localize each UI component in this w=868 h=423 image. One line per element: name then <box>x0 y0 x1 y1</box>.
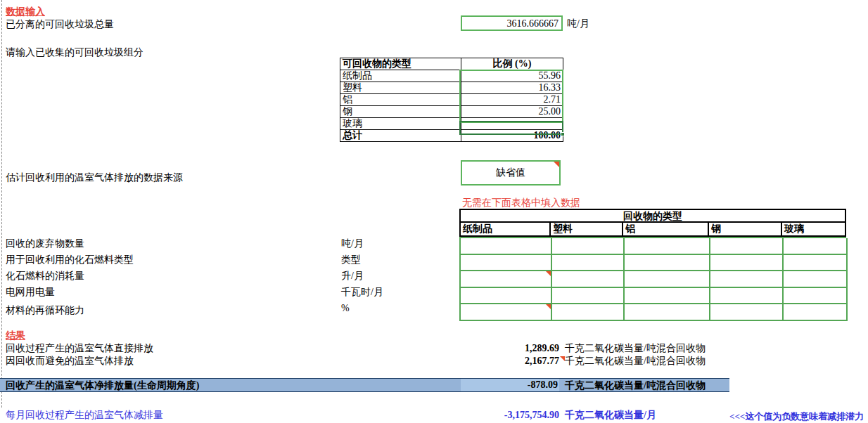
detail-cell[interactable] <box>461 238 552 255</box>
composition-col-type: 可回收物的类型 <box>340 58 461 70</box>
page-break-line <box>1 0 2 408</box>
net-emissions-row: 回收产生的温室气体净排放量(生命周期角度) -878.09 千克二氧化碳当量/吨… <box>0 378 729 392</box>
material-value-cell[interactable]: 2.71 <box>461 94 563 106</box>
detail-row-unit: 吨/月 <box>341 237 364 250</box>
detail-row-unit: % <box>341 302 350 315</box>
result-unit: 千克二氧化碳当量/吨混合回收物 <box>565 355 706 367</box>
composition-prompt: 请输入已收集的可回收垃圾组分 <box>6 46 143 59</box>
detail-row-unit: 类型 <box>341 254 361 266</box>
composition-total-row: 总计 100.00 <box>340 130 563 142</box>
detail-row-label: 电网用电量 <box>6 286 55 299</box>
detail-cell[interactable] <box>784 288 848 305</box>
detail-cell[interactable] <box>461 304 552 321</box>
comment-indicator-icon <box>554 162 559 167</box>
section-title-results: 结果 <box>6 330 25 342</box>
spreadsheet-page: { "colors":{ "selection_green":"#5cb45c"… <box>0 0 868 423</box>
detail-cell[interactable] <box>625 304 710 321</box>
detail-cell[interactable] <box>710 238 784 255</box>
detail-row-label: 回收的废弃物数量 <box>6 237 84 250</box>
result-value: 1,289.69 <box>436 342 559 355</box>
column-header: 钢 <box>709 223 782 235</box>
composition-table: 可回收物的类型 比例 (%) 纸制品 55.96 塑料 16.33 铝 2.71… <box>340 58 563 142</box>
detail-table-body <box>459 237 846 321</box>
column-header: 塑料 <box>551 223 623 235</box>
result-unit: 千克二氧化碳当量/吨混合回收物 <box>565 342 706 355</box>
monthly-reduction-value: -3,175,754.90 <box>436 409 559 422</box>
material-label: 玻璃 <box>340 118 461 130</box>
detail-cell[interactable] <box>461 255 552 272</box>
detail-cell[interactable] <box>552 288 625 305</box>
column-header: 玻璃 <box>782 223 845 235</box>
detail-cell[interactable] <box>710 288 784 305</box>
detail-row-label: 化石燃料的消耗量 <box>6 270 84 282</box>
result-label: 因回收而避免的温室气体排放 <box>6 355 134 367</box>
monthly-reduction-unit: 千克二氧化碳当量/月 <box>565 409 656 422</box>
detail-cell[interactable] <box>461 271 552 288</box>
material-label: 铝 <box>340 94 461 106</box>
total-row-label: 总计 <box>340 130 461 142</box>
detail-row-unit: 千瓦时/月 <box>341 286 383 299</box>
detail-cell[interactable] <box>625 238 710 255</box>
detail-cell[interactable] <box>625 271 710 288</box>
composition-header-row: 可回收物的类型 比例 (%) <box>340 58 563 70</box>
section-title-data-input: 数据输入 <box>6 6 45 18</box>
comment-indicator-icon <box>560 356 565 361</box>
total-recyclables-input[interactable]: 3616.666667 <box>461 15 563 31</box>
column-header: 铝 <box>623 223 709 235</box>
table-row: 塑料 16.33 <box>340 82 563 94</box>
net-emissions-label: 回收产生的温室气体净排放量(生命周期角度) <box>6 379 199 392</box>
data-source-select[interactable]: 缺省值 <box>461 160 561 186</box>
detail-row-label: 材料的再循环能力 <box>6 304 84 317</box>
material-label: 钢 <box>340 106 461 118</box>
column-header: 纸制品 <box>461 223 551 235</box>
detail-cell[interactable] <box>710 271 784 288</box>
material-value-cell[interactable]: 25.00 <box>461 106 563 118</box>
detail-cell[interactable] <box>552 238 625 255</box>
material-value-cell[interactable]: 16.33 <box>461 82 563 94</box>
material-label: 纸制品 <box>340 70 461 82</box>
detail-cell[interactable] <box>625 255 710 272</box>
total-recyclables-value: 3616.666667 <box>462 17 561 30</box>
detail-table-header: 回收物的类型 纸制品 塑料 铝 钢 玻璃 <box>459 209 846 237</box>
detail-cell[interactable] <box>552 304 625 321</box>
detail-cell[interactable] <box>552 271 625 288</box>
monthly-reduction-label: 每月回收过程产生的温室气体减排量 <box>6 409 163 422</box>
detail-row-unit: 升/月 <box>341 270 364 282</box>
detail-cell[interactable] <box>784 271 848 288</box>
negative-value-note: <<<这个值为负数意味着减排潜力 <box>729 410 864 423</box>
detail-cell[interactable] <box>552 255 625 272</box>
detail-cell[interactable] <box>710 255 784 272</box>
result-label: 回收过程产生的温室气体直接排放 <box>6 342 153 355</box>
detail-cell[interactable] <box>784 304 848 321</box>
data-source-label: 估计回收利用的温室气体排放的数据来源 <box>6 171 183 184</box>
total-recyclables-unit: 吨/月 <box>567 18 589 30</box>
net-emissions-unit: 千克二氧化碳当量/吨混合回收物 <box>565 379 706 392</box>
detail-cell[interactable] <box>710 304 784 321</box>
material-value-cell[interactable] <box>461 118 563 130</box>
table-row: 玻璃 <box>340 118 563 130</box>
table-row: 纸制品 55.96 <box>340 70 563 82</box>
detail-cell[interactable] <box>461 288 552 305</box>
detail-table-title: 回收物的类型 <box>461 210 845 223</box>
net-emissions-value: -878.09 <box>461 379 559 391</box>
detail-row-label: 用于回收利用的化石燃料类型 <box>6 254 134 266</box>
table-row: 铝 2.71 <box>340 94 563 106</box>
material-label: 塑料 <box>340 82 461 94</box>
composition-col-ratio: 比例 (%) <box>461 58 563 70</box>
data-source-value: 缺省值 <box>496 167 525 178</box>
total-recyclables-label: 已分离的可回收垃圾总量 <box>6 18 114 31</box>
comment-indicator-icon <box>546 271 551 276</box>
detail-cell[interactable] <box>784 238 848 255</box>
table-row: 钢 25.00 <box>340 106 563 118</box>
result-value: 2,167.77 <box>436 355 559 367</box>
detail-cell[interactable] <box>625 288 710 305</box>
comment-indicator-icon <box>546 304 551 309</box>
total-row-value: 100.00 <box>461 130 563 142</box>
no-input-notice: 无需在下面表格中填入数据 <box>462 197 580 209</box>
material-value-cell[interactable]: 55.96 <box>461 70 563 82</box>
detail-cell[interactable] <box>784 255 848 272</box>
detail-table-columns: 纸制品 塑料 铝 钢 玻璃 <box>461 223 845 235</box>
